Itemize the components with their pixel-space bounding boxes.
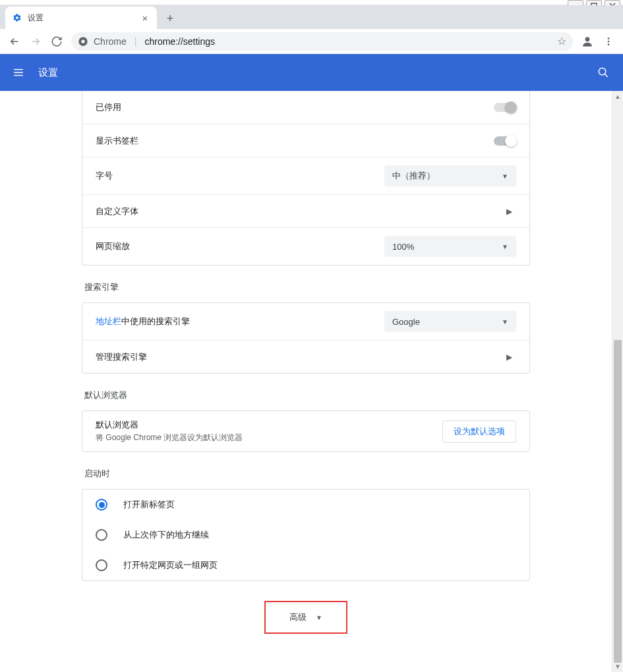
svg-point-4 [585,37,590,42]
svg-rect-8 [14,69,23,70]
reload-button[interactable] [47,32,66,51]
browser-tab[interactable]: 设置 × [5,7,157,29]
chrome-icon [78,36,88,47]
caret-down-icon: ▼ [502,243,508,250]
kebab-menu-button[interactable] [599,32,618,51]
svg-rect-10 [14,75,23,76]
row-custom-fonts[interactable]: 自定义字体 ▶ [82,194,529,227]
svg-rect-9 [14,72,23,73]
row-disabled: 已停用 [82,91,529,124]
section-startup: 启动时 [84,468,527,480]
settings-header: 设置 [0,54,623,91]
disabled-toggle [494,103,516,112]
startup-option-specific-pages[interactable]: 打开特定网页或一组网页 [82,550,529,580]
tab-title: 设置 [28,13,134,24]
search-engine-select[interactable]: Google ▼ [384,311,516,332]
page-zoom-select[interactable]: 100% ▼ [384,236,516,257]
tab-strip: 设置 × + [0,5,623,29]
os-titlebar [0,0,623,5]
chevron-right-icon: ▶ [502,207,516,216]
row-default-browser: 默认浏览器 将 Google Chrome 浏览器设为默认浏览器 设为默认选项 [82,411,529,451]
scrollbar-thumb[interactable] [614,340,622,663]
settings-title: 设置 [38,67,582,79]
back-button[interactable] [5,32,24,51]
caret-down-icon: ▼ [316,614,322,621]
close-icon[interactable]: × [140,13,150,23]
caret-down-icon: ▼ [502,318,508,325]
svg-point-3 [81,40,84,43]
row-addressbar-search-engine: 地址栏中使用的搜索引擎 Google ▼ [82,303,529,340]
bookmark-star-icon[interactable]: ☆ [557,35,566,47]
radio-unchecked-icon[interactable] [96,559,107,571]
svg-point-7 [608,43,610,45]
row-font-size: 字号 中（推荐） ▼ [82,157,529,194]
radio-checked-icon[interactable] [96,499,107,511]
browser-toolbar: Chrome | chrome://settings ☆ [0,29,623,54]
show-bookmarks-toggle[interactable] [494,136,516,146]
chevron-right-icon: ▶ [502,352,516,362]
svg-point-6 [608,40,610,42]
addressbar-link[interactable]: 地址栏 [96,316,121,326]
forward-button[interactable] [26,32,45,51]
caret-down-icon: ▼ [502,173,508,180]
radio-unchecked-icon[interactable] [96,529,107,541]
address-bar[interactable]: Chrome | chrome://settings ☆ [71,32,573,51]
svg-point-11 [599,68,606,75]
section-default-browser: 默认浏览器 [84,389,527,401]
font-size-select[interactable]: 中（推荐） ▼ [384,165,516,186]
advanced-section: 高级 ▼ [82,601,530,634]
section-search-engine: 搜索引擎 [84,281,527,293]
startup-option-new-tab[interactable]: 打开新标签页 [82,490,529,520]
scrollbar[interactable]: ▲ ▼ [612,91,623,672]
profile-avatar-button[interactable] [578,32,597,51]
content-viewport: 已停用 显示书签栏 字号 中（推荐） ▼ 自定义字体 ▶ 网页缩放 [0,91,612,672]
advanced-button[interactable]: 高级 ▼ [264,601,347,634]
row-show-bookmarks[interactable]: 显示书签栏 [82,124,529,157]
omnibox-separator: | [134,36,137,47]
set-default-button[interactable]: 设为默认选项 [442,420,516,443]
startup-option-continue[interactable]: 从上次停下的地方继续 [82,520,529,550]
row-page-zoom: 网页缩放 100% ▼ [82,227,529,265]
row-manage-search-engines[interactable]: 管理搜索引擎 ▶ [82,340,529,373]
gear-icon [12,13,22,23]
menu-icon[interactable] [12,66,25,79]
scroll-up-arrow-icon[interactable]: ▲ [612,91,623,102]
omnibox-url: chrome://settings [144,36,215,47]
new-tab-button[interactable]: + [161,9,179,28]
omnibox-label: Chrome [94,36,127,47]
search-icon[interactable] [595,65,611,80]
svg-point-5 [608,38,610,40]
scroll-down-arrow-icon[interactable]: ▼ [612,661,623,672]
